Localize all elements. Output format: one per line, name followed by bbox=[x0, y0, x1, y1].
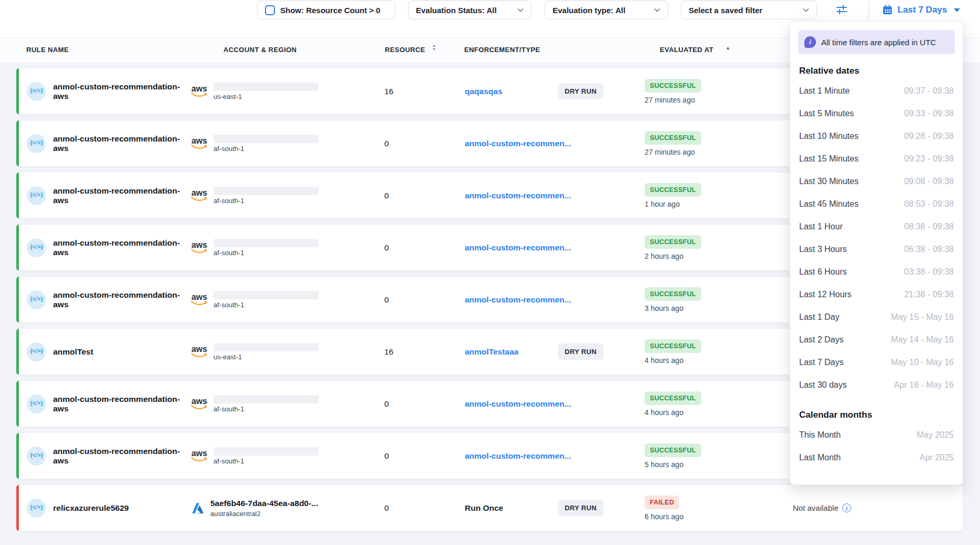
enforcement-link[interactable]: anmol-custom-recommen... bbox=[465, 191, 571, 200]
region-label: af-south-1 bbox=[213, 197, 319, 205]
sort-ascending-icon[interactable]: ▲ bbox=[726, 45, 730, 51]
rule-name-cell: anmol-custom-recommendation-aws bbox=[53, 395, 190, 413]
date-range-option[interactable]: Last 30 days Apr 16 - May 16 bbox=[790, 374, 963, 396]
date-range-option[interactable]: Last 30 Minutes 09:08 - 09:38 bbox=[790, 170, 963, 193]
rule-name-cell: anmol-custom-recommendation-aws bbox=[53, 447, 190, 466]
aws-logo-icon: aws bbox=[190, 294, 209, 306]
rule-code-icon: {</>} bbox=[27, 342, 46, 361]
date-range-option-label: Last 45 Minutes bbox=[799, 199, 859, 209]
rule-name-cell: anmol-custom-recommendation-aws bbox=[53, 134, 190, 153]
column-header-evaluated-at[interactable]: EVALUATED AT bbox=[660, 46, 713, 54]
saved-filter-dropdown[interactable]: Select a saved filter bbox=[681, 1, 817, 19]
account-region-cell: aws us-east-1 bbox=[190, 343, 384, 361]
resource-count: 0 bbox=[384, 243, 389, 252]
account-region-cell: aws af-south-1 bbox=[190, 187, 384, 205]
date-range-option[interactable]: Last 1 Hour 08:38 - 09:38 bbox=[790, 215, 963, 238]
account-region-cell: aws af-south-1 bbox=[190, 291, 384, 309]
date-range-option-value: 09:37 - 09:38 bbox=[904, 86, 954, 96]
date-range-option[interactable]: Last 45 Minutes 08:53 - 09:38 bbox=[790, 193, 963, 215]
evaluated-at-cell: SUCCESSFUL 5 hours ago bbox=[645, 443, 777, 469]
rule-name-cell: anmolTest bbox=[53, 347, 190, 357]
rule-name-cell: anmol-custom-recommendation-aws bbox=[53, 82, 190, 101]
chevron-down-icon bbox=[654, 8, 660, 12]
evaluated-time: 4 hours ago bbox=[645, 356, 683, 365]
show-resource-count-filter[interactable]: Show: Resource Count > 0 bbox=[257, 1, 395, 19]
region-label: us-east-1 bbox=[213, 353, 319, 361]
date-range-option-value: Apr 2025 bbox=[920, 453, 954, 462]
date-range-option[interactable]: Last 1 Day May 15 - May 16 bbox=[790, 306, 963, 328]
column-header-account-region: ACCOUNT & REGION bbox=[223, 46, 297, 54]
table-row[interactable]: {</>} relicxazurerule5629 5aef6b46-7daa-… bbox=[16, 485, 963, 531]
date-range-option[interactable]: This Month May 2025 bbox=[790, 423, 963, 446]
run-type-cell: DRY RUN bbox=[558, 344, 645, 360]
status-badge: SUCCESSFUL bbox=[645, 235, 701, 249]
account-info: af-south-1 bbox=[213, 395, 319, 413]
resource-cell: 16 bbox=[384, 87, 465, 96]
rule-icon-cell: {</>} bbox=[27, 499, 53, 518]
resource-count-checkbox[interactable] bbox=[265, 5, 275, 15]
enforcement-link[interactable]: anmol-custom-recommen... bbox=[465, 399, 571, 408]
region-label: australiacentral2 bbox=[210, 510, 318, 518]
rule-code-icon: {</>} bbox=[27, 186, 46, 205]
aws-wordmark: aws bbox=[191, 294, 207, 301]
account-info: 5aef6b46-7daa-45ea-a8d0-... australiacen… bbox=[210, 499, 318, 518]
aws-wordmark: aws bbox=[191, 450, 207, 457]
evaluation-status-label: Evaluation Status: All bbox=[416, 6, 497, 15]
info-circle-icon[interactable]: i bbox=[842, 503, 851, 512]
evaluated-at-cell: SUCCESSFUL 1 hour ago bbox=[645, 183, 777, 208]
enforcement-link[interactable]: anmol-custom-recommen... bbox=[465, 451, 571, 460]
column-header-resource[interactable]: RESOURCE bbox=[385, 46, 425, 54]
account-region-cell: aws af-south-1 bbox=[190, 395, 384, 413]
rule-code-icon: {</>} bbox=[27, 238, 46, 257]
account-redacted-bar bbox=[213, 343, 319, 351]
evaluation-type-dropdown[interactable]: Evaluation type: All bbox=[545, 1, 668, 19]
date-range-option-value: 08:38 - 09:38 bbox=[904, 222, 954, 231]
account-region-cell: aws af-south-1 bbox=[190, 239, 384, 257]
date-range-option[interactable]: Last 2 Days May 14 - May 16 bbox=[790, 328, 963, 351]
date-range-option[interactable]: Last 6 Hours 03:38 - 09:38 bbox=[790, 260, 963, 283]
run-type-cell: DRY RUN bbox=[558, 500, 645, 516]
rule-icon-cell: {</>} bbox=[27, 290, 53, 309]
rule-name: anmol-custom-recommendation-aws bbox=[53, 238, 180, 257]
evaluated-time: 4 hours ago bbox=[645, 408, 683, 417]
utc-notice-text: All time filters are applied in UTC bbox=[821, 38, 936, 47]
resource-count: 0 bbox=[384, 451, 389, 460]
rule-icon-cell: {</>} bbox=[27, 395, 53, 413]
enforcement-link[interactable]: qaqasqas bbox=[465, 87, 503, 96]
aws-wordmark: aws bbox=[191, 189, 207, 197]
account-info: af-south-1 bbox=[213, 447, 319, 465]
run-type-badge: DRY RUN bbox=[558, 83, 604, 99]
rule-code-icon: {</>} bbox=[27, 447, 46, 466]
aws-logo-icon: aws bbox=[190, 241, 209, 254]
enforcement-cell: anmol-custom-recommen... bbox=[465, 139, 558, 148]
date-range-option[interactable]: Last Month Apr 2025 bbox=[790, 446, 963, 469]
date-range-option[interactable]: Last 12 Hours 21:38 - 09:38 bbox=[790, 283, 963, 306]
status-badge: SUCCESSFUL bbox=[645, 339, 701, 353]
date-range-option-value: 08:53 - 09:38 bbox=[904, 199, 954, 209]
evaluation-status-dropdown[interactable]: Evaluation Status: All bbox=[408, 1, 532, 19]
enforcement-link[interactable]: anmolTestaaa bbox=[465, 347, 518, 356]
account-redacted-bar bbox=[213, 447, 319, 456]
enforcement-cell: anmol-custom-recommen... bbox=[465, 295, 558, 305]
date-range-option[interactable]: Last 10 Minutes 09:28 - 09:38 bbox=[790, 125, 963, 147]
date-range-option[interactable]: Last 7 Days May 10 - May 16 bbox=[790, 351, 963, 374]
date-range-option[interactable]: Last 3 Hours 06:38 - 09:38 bbox=[790, 238, 963, 260]
sort-icon[interactable]: ▲▼ bbox=[432, 44, 436, 51]
enforcement-link[interactable]: anmol-custom-recommen... bbox=[465, 295, 571, 304]
resource-cell: 0 bbox=[384, 243, 465, 253]
date-range-option-value: May 2025 bbox=[917, 430, 954, 440]
evaluated-time: 5 hours ago bbox=[645, 460, 683, 469]
evaluated-at-cell: SUCCESSFUL 4 hours ago bbox=[645, 391, 777, 417]
region-label: af-south-1 bbox=[213, 457, 319, 465]
info-bubble-icon: i bbox=[804, 36, 816, 48]
resource-cell: 0 bbox=[384, 139, 465, 148]
enforcement-link[interactable]: anmol-custom-recommen... bbox=[465, 139, 571, 148]
enforcement-link[interactable]: anmol-custom-recommen... bbox=[465, 243, 571, 252]
date-range-button[interactable]: Last 7 Days bbox=[882, 2, 960, 18]
date-range-option[interactable]: Last 5 Minutes 09:33 - 09:38 bbox=[790, 102, 963, 125]
evaluated-time: 27 minutes ago bbox=[645, 148, 695, 156]
advanced-filters-button[interactable] bbox=[834, 3, 850, 17]
saved-filter-placeholder: Select a saved filter bbox=[689, 6, 762, 15]
date-range-option[interactable]: Last 15 Minutes 09:23 - 09:38 bbox=[790, 147, 963, 170]
date-range-option[interactable]: Last 1 Minute 09:37 - 09:38 bbox=[790, 79, 963, 102]
